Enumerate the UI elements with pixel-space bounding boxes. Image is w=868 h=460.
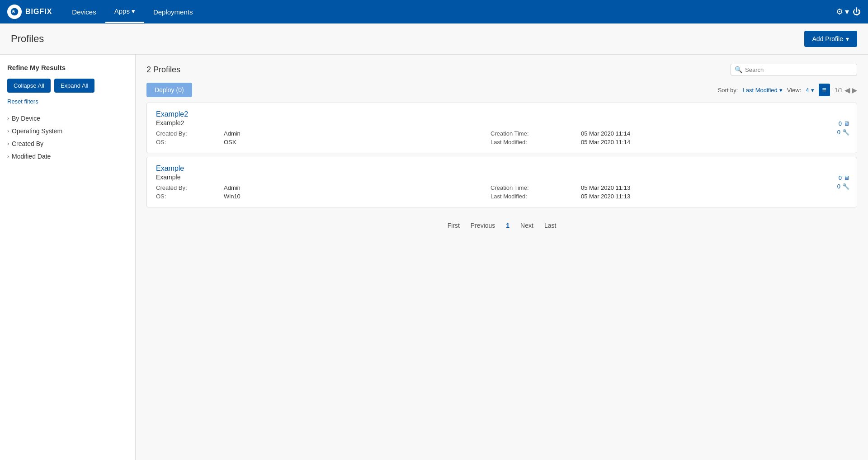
collapse-all-button[interactable]: Collapse All xyxy=(7,79,51,93)
creation-time-value: 05 Mar 2020 11:13 xyxy=(581,184,848,191)
profiles-count: 2 Profiles xyxy=(146,65,180,75)
brand-text: BIGFIX xyxy=(25,8,52,16)
chevron-right-icon: › xyxy=(7,115,9,122)
created-by-value: Admin xyxy=(224,184,491,191)
navbar-right: ⚙ ▾ ⏻ xyxy=(836,7,861,17)
view-chevron-icon: ▾ xyxy=(811,87,814,94)
sidebar-title: Refine My Results xyxy=(7,64,128,71)
card-actions: 0 🖥 0 🔧 xyxy=(837,120,849,136)
os-label: OS: xyxy=(156,139,224,146)
prev-page-button[interactable]: ◀ xyxy=(844,86,850,94)
reset-filters-link[interactable]: Reset filters xyxy=(7,98,128,105)
profile-list: Example2 Example2 Created By: Admin Crea… xyxy=(146,103,857,207)
filter-created-by-label: Created By xyxy=(12,140,43,147)
os-value: Win10 xyxy=(224,193,491,200)
wrench-icon: 🔧 xyxy=(842,183,849,190)
profile-description: Example2 xyxy=(156,119,848,127)
created-by-label: Created By: xyxy=(156,130,224,137)
power-icon: ⏻ xyxy=(853,7,861,16)
chevron-right-icon: › xyxy=(7,141,9,147)
filter-by-device-label: By Device xyxy=(12,115,40,122)
filter-by-device[interactable]: › By Device xyxy=(7,112,128,125)
profile-meta: Created By: Admin Creation Time: 05 Mar … xyxy=(156,130,848,146)
action-bar: Deploy (0) Sort by: Last Modified ▾ View… xyxy=(146,83,857,97)
navbar: B BIGFIX Devices Apps ▾ Deployments ⚙ ▾ … xyxy=(0,0,868,23)
current-page-number: 1 xyxy=(502,220,513,231)
sort-value: Last Modified xyxy=(742,87,777,94)
created-by-label: Created By: xyxy=(156,184,224,191)
filter-modified-date-label: Modified Date xyxy=(12,153,51,160)
expand-all-button[interactable]: Expand All xyxy=(54,79,94,93)
sidebar-buttons: Collapse All Expand All xyxy=(7,79,128,93)
chevron-down-icon: ▾ xyxy=(846,35,849,42)
brand-logo: B xyxy=(7,5,22,19)
add-profile-button[interactable]: Add Profile ▾ xyxy=(804,31,857,47)
sidebar: Refine My Results Collapse All Expand Al… xyxy=(0,55,136,460)
profile-card: Example Example Created By: Admin Creati… xyxy=(146,157,857,207)
nav-deployments[interactable]: Deployments xyxy=(144,2,202,22)
profile-meta: Created By: Admin Creation Time: 05 Mar … xyxy=(156,184,848,200)
action-count: 0 xyxy=(837,183,840,190)
search-input[interactable] xyxy=(745,66,853,73)
chevron-right-icon: › xyxy=(7,153,9,160)
wrench-icon: 🔧 xyxy=(842,129,849,136)
monitor-icon: 🖥 xyxy=(844,174,849,181)
action-count: 0 xyxy=(837,129,840,136)
next-page-link[interactable]: Next xyxy=(517,220,537,231)
brand: B BIGFIX xyxy=(7,5,52,19)
filter-modified-date[interactable]: › Modified Date xyxy=(7,150,128,163)
view-label-static: View: xyxy=(787,87,802,94)
device-count: 0 xyxy=(839,120,842,127)
nav-apps[interactable]: Apps ▾ xyxy=(105,1,144,23)
gear-icon: ⚙ xyxy=(836,7,843,17)
first-page-link[interactable]: First xyxy=(444,220,463,231)
profile-name[interactable]: Example xyxy=(156,164,848,173)
sort-by-label-static: Sort by: xyxy=(718,87,738,94)
deploy-button[interactable]: Deploy (0) xyxy=(146,83,192,97)
nav-links: Devices Apps ▾ Deployments xyxy=(63,1,202,23)
last-modified-value: 05 Mar 2020 11:14 xyxy=(581,139,848,146)
search-icon: 🔍 xyxy=(735,66,742,73)
device-count: 0 xyxy=(839,174,842,181)
pagination-info: 1/1 ◀ ▶ xyxy=(835,86,857,94)
nav-devices[interactable]: Devices xyxy=(63,2,105,22)
search-box: 🔍 xyxy=(731,64,857,75)
last-modified-label: Last Modified: xyxy=(491,193,581,200)
last-page-link[interactable]: Last xyxy=(541,220,560,231)
filter-operating-system[interactable]: › Operating System xyxy=(7,125,128,137)
toolbar-right: 🔍 xyxy=(731,64,857,75)
profiles-toolbar: 2 Profiles 🔍 xyxy=(146,64,857,75)
view-value: 4 xyxy=(806,87,809,94)
os-label: OS: xyxy=(156,193,224,200)
last-modified-value: 05 Mar 2020 11:13 xyxy=(581,193,848,200)
page-title: Profiles xyxy=(11,33,44,45)
sort-dropdown[interactable]: Last Modified ▾ xyxy=(742,87,782,94)
creation-time-label: Creation Time: xyxy=(491,130,581,137)
wrench-action[interactable]: 0 🔧 xyxy=(837,183,849,190)
wrench-action[interactable]: 0 🔧 xyxy=(837,129,849,136)
filter-os-label: Operating System xyxy=(12,127,62,135)
gear-dropdown-icon: ▾ xyxy=(845,7,849,17)
profile-name[interactable]: Example2 xyxy=(156,110,848,118)
creation-time-label: Creation Time: xyxy=(491,184,581,191)
view-controls: Sort by: Last Modified ▾ View: 4 ▾ ≡ 1/1… xyxy=(718,84,857,96)
device-count-action[interactable]: 0 🖥 xyxy=(839,174,849,181)
next-page-button[interactable]: ▶ xyxy=(852,86,857,94)
list-view-button[interactable]: ≡ xyxy=(819,84,830,96)
previous-page-link[interactable]: Previous xyxy=(467,220,499,231)
profile-description: Example xyxy=(156,174,848,181)
monitor-icon: 🖥 xyxy=(844,120,849,127)
chevron-right-icon: › xyxy=(7,128,9,134)
sort-chevron-icon: ▾ xyxy=(779,87,783,94)
view-dropdown[interactable]: 4 ▾ xyxy=(806,87,814,94)
settings-button[interactable]: ⚙ ▾ xyxy=(836,7,849,17)
power-button[interactable]: ⏻ xyxy=(853,7,861,17)
svg-text:B: B xyxy=(12,9,15,14)
os-value: OSX xyxy=(224,139,491,146)
chevron-down-icon: ▾ xyxy=(132,7,135,15)
filter-created-by[interactable]: › Created By xyxy=(7,137,128,150)
profile-card: Example2 Example2 Created By: Admin Crea… xyxy=(146,103,857,153)
device-count-action[interactable]: 0 🖥 xyxy=(839,120,849,127)
main-content: Refine My Results Collapse All Expand Al… xyxy=(0,55,868,460)
creation-time-value: 05 Mar 2020 11:14 xyxy=(581,130,848,137)
